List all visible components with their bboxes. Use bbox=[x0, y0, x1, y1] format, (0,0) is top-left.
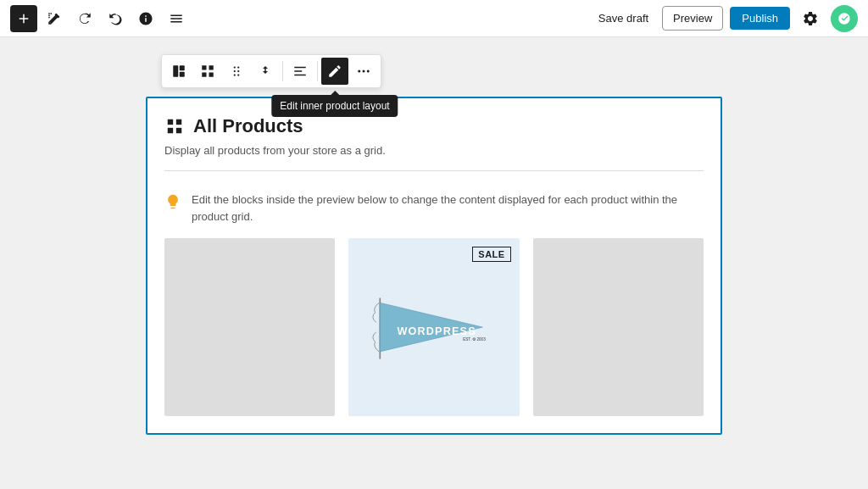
svg-point-15 bbox=[367, 70, 370, 73]
align-button[interactable] bbox=[287, 58, 314, 85]
toolbar-divider bbox=[282, 61, 283, 81]
grid-button[interactable] bbox=[194, 58, 221, 85]
svg-rect-17 bbox=[176, 119, 181, 125]
save-draft-button[interactable]: Save draft bbox=[592, 7, 655, 30]
product-card-right bbox=[533, 238, 704, 416]
svg-point-12 bbox=[237, 74, 239, 75]
svg-rect-4 bbox=[209, 65, 214, 69]
svg-text:EST. ⚙ 2003: EST. ⚙ 2003 bbox=[464, 337, 487, 342]
svg-point-10 bbox=[237, 70, 239, 72]
svg-point-9 bbox=[234, 70, 236, 72]
block-title: All Products bbox=[193, 115, 303, 137]
sale-badge: SALE bbox=[472, 247, 510, 262]
svg-point-11 bbox=[234, 74, 236, 75]
block-separator bbox=[164, 170, 704, 171]
product-card-center[interactable]: SALE WORDPRESS EST. ⚙ 2003 bbox=[348, 238, 519, 416]
wp-updates-button[interactable] bbox=[831, 5, 858, 32]
add-block-button[interactable] bbox=[10, 5, 37, 32]
pennant-container: WORDPRESS EST. ⚙ 2003 bbox=[348, 238, 519, 416]
info-button[interactable] bbox=[132, 5, 159, 32]
svg-point-7 bbox=[234, 66, 236, 68]
svg-rect-2 bbox=[180, 72, 185, 77]
toolbar-divider-2 bbox=[317, 61, 318, 81]
editor-area: Edit inner product layout All Products D… bbox=[146, 54, 722, 472]
svg-text:WORDPRESS: WORDPRESS bbox=[398, 325, 476, 337]
svg-point-14 bbox=[363, 70, 365, 73]
product-grid: SALE WORDPRESS EST. ⚙ 2003 bbox=[164, 238, 704, 416]
svg-rect-18 bbox=[168, 128, 173, 133]
info-lightbulb-icon bbox=[164, 193, 181, 214]
tools-button[interactable] bbox=[41, 5, 68, 32]
svg-rect-3 bbox=[202, 65, 206, 69]
svg-rect-5 bbox=[202, 73, 206, 77]
settings-button[interactable] bbox=[797, 5, 824, 32]
svg-rect-19 bbox=[176, 128, 181, 133]
block-toolbar: Edit inner product layout bbox=[161, 54, 381, 88]
svg-rect-6 bbox=[209, 73, 214, 77]
move-button[interactable] bbox=[252, 58, 279, 85]
redo-button[interactable] bbox=[102, 5, 129, 32]
drag-handle-button[interactable] bbox=[223, 58, 250, 85]
svg-rect-1 bbox=[180, 65, 185, 70]
block-description: Display all products from your store as … bbox=[164, 144, 704, 157]
undo-button[interactable] bbox=[71, 5, 98, 32]
wordpress-pennant-image: WORDPRESS EST. ⚙ 2003 bbox=[365, 288, 502, 366]
preview-button[interactable]: Preview bbox=[662, 6, 723, 31]
more-options-button[interactable] bbox=[350, 58, 377, 85]
svg-point-13 bbox=[358, 70, 360, 73]
top-bar: Save draft Preview Publish bbox=[0, 0, 868, 37]
all-products-icon bbox=[164, 116, 185, 136]
product-card-left bbox=[164, 238, 335, 416]
info-notice: Edit the blocks inside the preview below… bbox=[164, 185, 704, 238]
info-notice-text: Edit the blocks inside the preview below… bbox=[192, 192, 704, 225]
edit-button[interactable]: Edit inner product layout bbox=[321, 58, 348, 85]
svg-rect-16 bbox=[168, 119, 173, 125]
top-bar-right: Save draft Preview Publish bbox=[592, 5, 858, 32]
list-view-button[interactable] bbox=[163, 5, 190, 32]
publish-button[interactable]: Publish bbox=[730, 7, 790, 30]
svg-point-8 bbox=[237, 66, 239, 68]
block-content: All Products Display all products from y… bbox=[146, 97, 722, 435]
layout-button[interactable] bbox=[165, 58, 192, 85]
svg-rect-0 bbox=[173, 65, 178, 77]
top-bar-left bbox=[10, 5, 592, 32]
main-content: Edit inner product layout All Products D… bbox=[0, 37, 868, 489]
block-header: All Products bbox=[164, 115, 704, 137]
